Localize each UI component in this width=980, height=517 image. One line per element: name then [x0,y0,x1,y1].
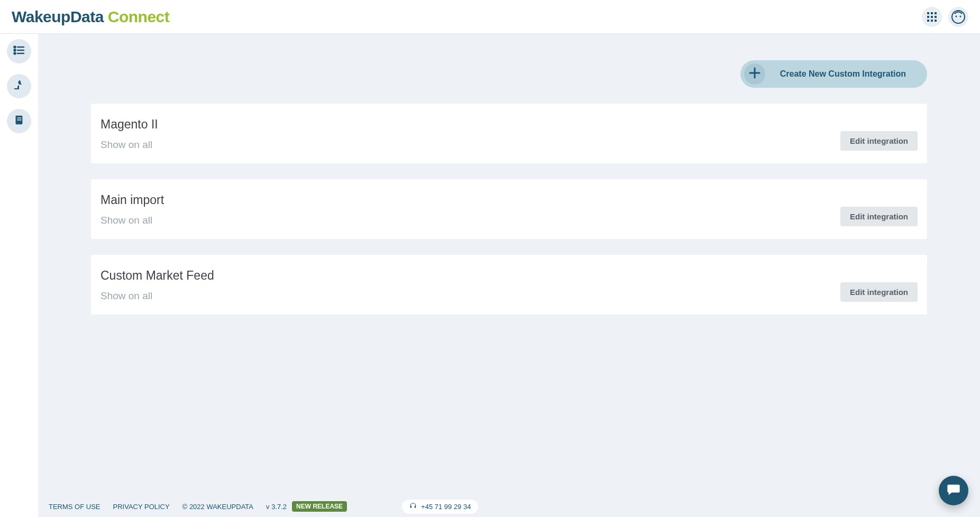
svg-point-11 [959,15,961,17]
footer-privacy-link[interactable]: PRIVACY POLICY [113,503,170,511]
app-header: WakeupData Connect [0,0,980,34]
svg-rect-2 [935,12,937,14]
integration-card: Main import Show on all Edit integration [91,179,927,239]
main-content: Create New Custom Integration Magento II… [38,34,980,496]
svg-point-12 [14,47,16,48]
svg-rect-3 [927,16,929,18]
sidebar-item-tools[interactable] [7,74,31,98]
footer-phone[interactable]: +45 71 99 29 34 [402,500,478,514]
edit-integration-button[interactable]: Edit integration [840,282,918,302]
apps-grid-icon [927,12,937,22]
new-release-badge[interactable]: NEW RELEASE [292,501,347,512]
svg-rect-6 [927,20,929,22]
footer-copyright: © 2022 WAKEUPDATA [182,503,253,511]
edit-integration-button[interactable]: Edit integration [840,207,918,226]
chat-icon [946,482,961,499]
svg-rect-18 [17,117,21,118]
book-icon [13,114,25,128]
svg-rect-8 [935,20,937,22]
integration-title: Main import [100,193,164,207]
svg-rect-5 [935,16,937,18]
svg-rect-4 [931,16,933,18]
svg-point-9 [952,11,965,23]
integration-card: Magento II Show on all Edit integration [91,104,927,163]
plus-icon [748,66,762,82]
svg-rect-19 [17,119,21,121]
create-row: Create New Custom Integration [91,60,927,88]
integration-title: Magento II [100,117,158,132]
svg-rect-1 [931,12,933,14]
plus-circle [744,63,765,85]
create-integration-label: Create New Custom Integration [780,69,906,79]
profile-icon [951,10,965,24]
sidebar-item-list[interactable] [7,39,31,63]
sidebar [0,34,38,517]
create-integration-button[interactable]: Create New Custom Integration [740,60,927,88]
svg-rect-7 [931,20,933,22]
svg-point-10 [955,15,957,17]
list-icon [13,44,25,59]
integration-subtitle: Show on all [100,139,158,151]
integration-card: Custom Market Feed Show on all Edit inte… [91,255,927,315]
app-logo: WakeupData Connect [12,8,169,26]
integration-title: Custom Market Feed [100,269,214,283]
sidebar-item-docs[interactable] [7,109,31,133]
apps-grid-button[interactable] [922,7,942,27]
logo-word2: Connect [108,8,170,25]
svg-point-14 [14,50,16,51]
profile-button[interactable] [948,7,968,27]
chat-button[interactable] [939,476,968,505]
footer-phone-number: +45 71 99 29 34 [421,503,471,511]
footer-version: v 3.7.2 [266,503,287,511]
footer: TERMS OF USE PRIVACY POLICY © 2022 WAKEU… [38,496,980,517]
wrench-hand-icon [13,79,25,94]
svg-rect-0 [927,12,929,14]
edit-integration-button[interactable]: Edit integration [840,131,918,151]
svg-point-16 [14,53,16,54]
headset-icon [409,502,417,511]
footer-terms-link[interactable]: TERMS OF USE [49,503,100,511]
integration-subtitle: Show on all [100,290,214,302]
integration-subtitle: Show on all [100,215,164,226]
logo-word1: WakeupData [12,8,104,25]
header-actions [922,7,968,27]
